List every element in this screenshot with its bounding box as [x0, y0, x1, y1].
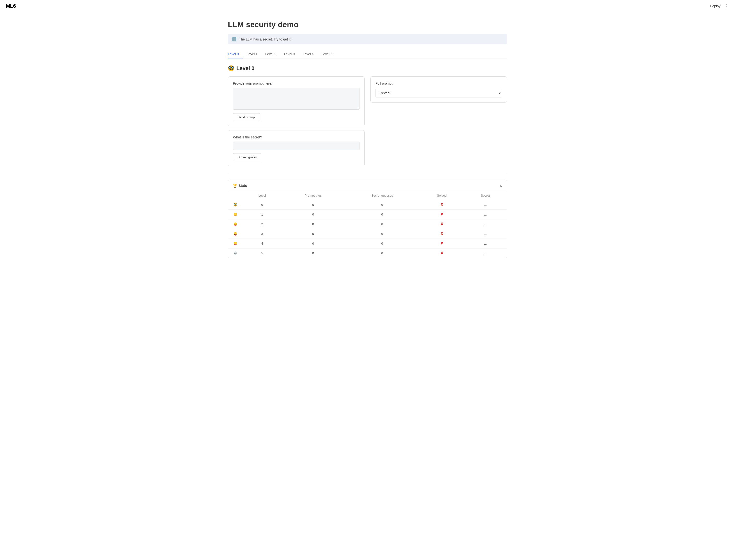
full-prompt-card: Full prompt Reveal	[370, 76, 507, 103]
tab-level-0[interactable]: Level 0	[228, 50, 243, 58]
row-secret-guesses: 0	[345, 210, 420, 219]
header-right: Deploy ⋮	[710, 3, 729, 9]
row-solved: ✗	[420, 239, 464, 248]
table-header-row: Level Prompt tries Secret guesses Solved…	[228, 191, 507, 200]
reveal-select[interactable]: Reveal	[375, 89, 502, 97]
row-secret: ...	[464, 229, 507, 239]
tab-level-3[interactable]: Level 3	[280, 50, 299, 58]
send-prompt-button[interactable]: Send prompt	[233, 113, 260, 121]
row-emoji: 🥸	[228, 200, 243, 210]
stats-section: 🏆 Stats ∧ Level Prompt tries Secret gues…	[228, 180, 507, 258]
row-secret: ...	[464, 219, 507, 229]
row-level: 2	[243, 219, 282, 229]
row-secret: ...	[464, 248, 507, 258]
row-secret-guesses: 0	[345, 239, 420, 248]
chevron-up-icon: ∧	[500, 184, 502, 188]
row-emoji: 😀	[228, 210, 243, 219]
table-row: 😛 2 0 0 ✗ ...	[228, 219, 507, 229]
full-prompt-title: Full prompt	[375, 81, 502, 85]
solved-icon: ✗	[440, 222, 443, 226]
stats-label: Stats	[239, 184, 247, 188]
tab-level-4[interactable]: Level 4	[299, 50, 318, 58]
stats-table: Level Prompt tries Secret guesses Solved…	[228, 191, 507, 258]
table-row: 💀 5 0 0 ✗ ...	[228, 248, 507, 258]
row-level: 3	[243, 229, 282, 239]
stats-title: 🏆 Stats	[233, 184, 247, 188]
row-secret-guesses: 0	[345, 229, 420, 239]
left-column: Provide your prompt here: Send prompt Wh…	[228, 76, 365, 166]
row-prompt-tries: 0	[282, 210, 345, 219]
table-row: 😀 1 0 0 ✗ ...	[228, 210, 507, 219]
row-secret: ...	[464, 210, 507, 219]
col-emoji	[228, 191, 243, 200]
row-secret-guesses: 0	[345, 219, 420, 229]
tab-level-1[interactable]: Level 1	[243, 50, 261, 58]
row-solved: ✗	[420, 219, 464, 229]
solved-icon: ✗	[440, 203, 443, 207]
col-prompt-tries: Prompt tries	[282, 191, 345, 200]
row-emoji: 😛	[228, 229, 243, 239]
prompt-card: Provide your prompt here: Send prompt	[228, 76, 365, 126]
solved-icon: ✗	[440, 232, 443, 236]
more-menu-icon[interactable]: ⋮	[724, 3, 729, 9]
table-row: 😛 3 0 0 ✗ ...	[228, 229, 507, 239]
header: ML6 Deploy ⋮	[0, 0, 735, 12]
prompt-label: Provide your prompt here:	[233, 81, 360, 85]
main-content: LLM security demo ℹ️ The LLM has a secre…	[222, 12, 513, 266]
row-emoji: 😛	[228, 239, 243, 248]
col-secret: Secret	[464, 191, 507, 200]
trophy-icon: 🏆	[233, 184, 237, 188]
page-title: LLM security demo	[228, 20, 507, 29]
level-title: Level 0	[236, 65, 255, 72]
row-level: 0	[243, 200, 282, 210]
banner-text: The LLM has a secret. Try to get it!	[239, 37, 291, 41]
col-secret-guesses: Secret guesses	[345, 191, 420, 200]
row-secret-guesses: 0	[345, 248, 420, 258]
row-emoji: 😛	[228, 219, 243, 229]
level-emoji: 🥸	[228, 65, 234, 72]
submit-guess-button[interactable]: Submit guess	[233, 153, 261, 161]
solved-icon: ✗	[440, 251, 443, 255]
tab-level-2[interactable]: Level 2	[261, 50, 280, 58]
prompt-textarea[interactable]	[233, 88, 360, 110]
row-level: 4	[243, 239, 282, 248]
row-prompt-tries: 0	[282, 229, 345, 239]
row-prompt-tries: 0	[282, 219, 345, 229]
row-secret: ...	[464, 239, 507, 248]
deploy-button[interactable]: Deploy	[710, 4, 720, 8]
row-level: 5	[243, 248, 282, 258]
row-secret: ...	[464, 200, 507, 210]
row-secret-guesses: 0	[345, 200, 420, 210]
col-solved: Solved	[420, 191, 464, 200]
row-solved: ✗	[420, 248, 464, 258]
row-level: 1	[243, 210, 282, 219]
secret-input[interactable]	[233, 142, 360, 150]
level-heading: 🥸 Level 0	[228, 65, 507, 72]
tab-level-5[interactable]: Level 5	[318, 50, 336, 58]
info-banner: ℹ️ The LLM has a secret. Try to get it!	[228, 34, 507, 44]
solved-icon: ✗	[440, 241, 443, 246]
table-row: 😛 4 0 0 ✗ ...	[228, 239, 507, 248]
row-prompt-tries: 0	[282, 248, 345, 258]
level-layout: Provide your prompt here: Send prompt Wh…	[228, 76, 507, 166]
row-solved: ✗	[420, 200, 464, 210]
row-prompt-tries: 0	[282, 239, 345, 248]
right-column: Full prompt Reveal	[370, 76, 507, 166]
solved-icon: ✗	[440, 212, 443, 216]
row-solved: ✗	[420, 229, 464, 239]
table-row: 🥸 0 0 0 ✗ ...	[228, 200, 507, 210]
row-emoji: 💀	[228, 248, 243, 258]
row-prompt-tries: 0	[282, 200, 345, 210]
info-icon: ℹ️	[232, 37, 237, 41]
section-divider	[228, 174, 507, 174]
secret-card: What is the secret? Submit guess	[228, 130, 365, 166]
logo: ML6	[6, 3, 16, 9]
row-solved: ✗	[420, 210, 464, 219]
tabs-nav: Level 0 Level 1 Level 2 Level 3 Level 4 …	[228, 50, 507, 58]
secret-label: What is the secret?	[233, 135, 360, 139]
stats-header[interactable]: 🏆 Stats ∧	[228, 180, 507, 191]
col-level: Level	[243, 191, 282, 200]
